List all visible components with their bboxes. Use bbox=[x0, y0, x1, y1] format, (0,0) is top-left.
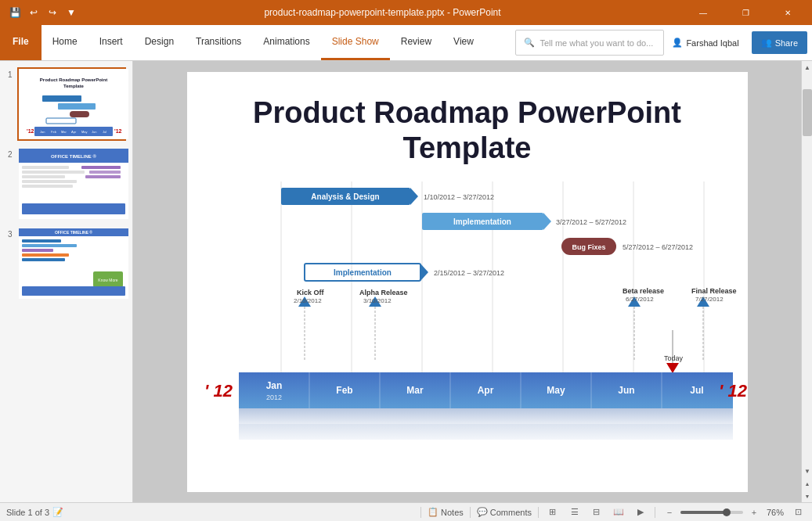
main-area: 1 Product Roadmap PowerPoint Template Ja… bbox=[0, 61, 812, 502]
svg-rect-4 bbox=[58, 103, 96, 110]
svg-text:' 12: ' 12 bbox=[719, 381, 748, 401]
search-placeholder: Tell me what you want to do... bbox=[540, 38, 653, 48]
svg-text:2/10/2012: 2/10/2012 bbox=[294, 297, 322, 304]
zoom-slider[interactable] bbox=[680, 511, 743, 514]
svg-text:Alpha Release: Alpha Release bbox=[359, 289, 408, 296]
undo-button[interactable]: ↩ bbox=[25, 4, 42, 21]
comments-button[interactable]: 💬 Comments bbox=[477, 507, 532, 517]
tab-home[interactable]: Home bbox=[42, 25, 88, 60]
notes-button[interactable]: 📋 Notes bbox=[428, 507, 464, 517]
slide-2-svg: OFFICE TIMELINE ® bbox=[19, 149, 128, 219]
svg-rect-5 bbox=[70, 111, 89, 117]
scroll-page-up[interactable]: ▲ bbox=[802, 477, 812, 490]
svg-text:7/27/2012: 7/27/2012 bbox=[695, 296, 724, 303]
slide-canvas[interactable]: Product Roadmap PowerPoint Template Anal… bbox=[187, 72, 748, 492]
slide-thumb-2[interactable]: 2 OFFICE TIMELINE ® bbox=[17, 147, 126, 221]
svg-text:Kick Off: Kick Off bbox=[297, 289, 325, 296]
svg-rect-98 bbox=[239, 408, 733, 424]
svg-text:Jan: Jan bbox=[40, 130, 45, 134]
status-bar: Slide 1 of 3 📝 📋 Notes 💬 Comments ⊞ ☰ ⊟ … bbox=[0, 502, 812, 521]
slide-panel: 1 Product Roadmap PowerPoint Template Ja… bbox=[0, 61, 133, 502]
zoom-level: 76% bbox=[767, 508, 784, 517]
comments-separator bbox=[470, 507, 471, 518]
tab-transitions[interactable]: Transitions bbox=[185, 25, 252, 60]
svg-rect-25 bbox=[81, 166, 121, 169]
svg-text:Template: Template bbox=[63, 84, 85, 88]
zoom-in-button[interactable]: + bbox=[746, 505, 762, 520]
share-icon: 👥 bbox=[761, 38, 772, 48]
user-icon: 👤 bbox=[672, 38, 683, 48]
timeline-svg: Analysis & Design 1/10/2012 – 3/27/2012 … bbox=[187, 174, 748, 471]
slidesorter-button[interactable]: ⊟ bbox=[589, 505, 604, 520]
svg-text:Jul: Jul bbox=[103, 130, 106, 134]
customize-qat-button[interactable]: ▼ bbox=[63, 4, 80, 21]
svg-text:Beta release: Beta release bbox=[623, 287, 664, 295]
canvas-area: Product Roadmap PowerPoint Template Anal… bbox=[133, 61, 801, 502]
svg-rect-22 bbox=[22, 175, 65, 178]
svg-text:6/27/2012: 6/27/2012 bbox=[626, 296, 654, 303]
svg-text:Implementation: Implementation bbox=[334, 268, 392, 277]
svg-text:Today: Today bbox=[664, 354, 684, 362]
zoom-control: − + 76% bbox=[662, 505, 784, 520]
maximize-button[interactable]: ❐ bbox=[727, 0, 763, 25]
tab-review[interactable]: Review bbox=[390, 25, 442, 60]
tab-animations[interactable]: Animations bbox=[252, 25, 320, 60]
slide-3-svg: OFFICE TIMELINE ® Know More bbox=[19, 228, 128, 299]
slideshow-view-button[interactable]: ▶ bbox=[633, 505, 648, 520]
close-button[interactable]: ✕ bbox=[770, 0, 806, 25]
svg-rect-33 bbox=[22, 244, 77, 247]
tab-file[interactable]: File bbox=[0, 25, 42, 60]
slide-title: Product Roadmap PowerPoint Template bbox=[187, 72, 748, 182]
svg-rect-35 bbox=[22, 253, 69, 257]
tab-insert[interactable]: Insert bbox=[88, 25, 134, 60]
svg-text:1/10/2012 – 3/27/2012: 1/10/2012 – 3/27/2012 bbox=[424, 193, 494, 201]
tab-design[interactable]: Design bbox=[134, 25, 185, 60]
scroll-up-button[interactable]: ▲ bbox=[802, 61, 812, 74]
slide-1-svg: Product Roadmap PowerPoint Template Jan … bbox=[19, 69, 128, 139]
svg-rect-24 bbox=[22, 185, 73, 188]
share-button[interactable]: 👥 Share bbox=[752, 31, 807, 54]
zoom-slider-thumb[interactable] bbox=[723, 508, 731, 516]
slide-number-3: 3 bbox=[8, 230, 13, 239]
minimize-button[interactable]: — bbox=[685, 0, 721, 25]
scroll-thumb[interactable] bbox=[803, 89, 812, 136]
scroll-track bbox=[802, 74, 812, 465]
svg-text:Implementation: Implementation bbox=[453, 217, 511, 226]
zoom-slider-fill bbox=[680, 511, 724, 514]
svg-text:OFFICE TIMELINE ®: OFFICE TIMELINE ® bbox=[55, 230, 92, 235]
window-title: product-roadmap-powerpoint-template.pptx… bbox=[80, 7, 685, 18]
notes-icon: 📋 bbox=[428, 507, 438, 517]
ribbon: File Home Insert Design Transitions Anim… bbox=[0, 25, 812, 61]
ribbon-search[interactable]: 🔍 Tell me what you want to do... bbox=[515, 30, 664, 56]
outline-view-button[interactable]: ☰ bbox=[567, 505, 583, 520]
svg-text:Bug Fixes: Bug Fixes bbox=[572, 243, 605, 251]
tab-view[interactable]: View bbox=[442, 25, 485, 60]
redo-button[interactable]: ↪ bbox=[44, 4, 61, 21]
svg-marker-53 bbox=[543, 213, 551, 230]
slide-edit-icon: 📝 bbox=[52, 507, 63, 517]
svg-text:3/10/2012: 3/10/2012 bbox=[363, 297, 392, 304]
svg-rect-32 bbox=[22, 239, 61, 243]
slide-thumb-1[interactable]: 1 Product Roadmap PowerPoint Template Ja… bbox=[17, 67, 126, 141]
svg-rect-36 bbox=[22, 258, 65, 261]
svg-text:Apr: Apr bbox=[477, 385, 493, 396]
scroll-page-down[interactable]: ▼ bbox=[802, 490, 812, 502]
comments-icon: 💬 bbox=[477, 507, 488, 517]
tab-slideshow[interactable]: Slide Show bbox=[321, 25, 390, 60]
reading-view-button[interactable]: 📖 bbox=[611, 505, 626, 520]
fit-to-window-button[interactable]: ⊡ bbox=[790, 505, 806, 520]
title-bar-left: 💾 ↩ ↪ ▼ bbox=[6, 4, 80, 21]
scroll-down-button[interactable]: ▼ bbox=[802, 465, 812, 477]
svg-rect-20 bbox=[22, 166, 69, 169]
svg-text:5/27/2012 – 6/27/2012: 5/27/2012 – 6/27/2012 bbox=[623, 243, 693, 251]
svg-text:'12: '12 bbox=[27, 128, 34, 134]
svg-text:Final Release: Final Release bbox=[691, 287, 737, 295]
zoom-out-button[interactable]: − bbox=[662, 505, 677, 520]
window-controls: — ❐ ✕ bbox=[685, 0, 806, 25]
svg-text:Analysis & Design: Analysis & Design bbox=[311, 192, 379, 201]
save-button[interactable]: 💾 bbox=[6, 4, 23, 21]
slide-thumb-3[interactable]: 3 OFFICE TIMELINE ® Know More bbox=[17, 227, 126, 300]
slide-number-1: 1 bbox=[8, 70, 13, 79]
svg-text:OFFICE TIMELINE ®: OFFICE TIMELINE ® bbox=[51, 154, 96, 159]
normal-view-button[interactable]: ⊞ bbox=[545, 505, 561, 520]
